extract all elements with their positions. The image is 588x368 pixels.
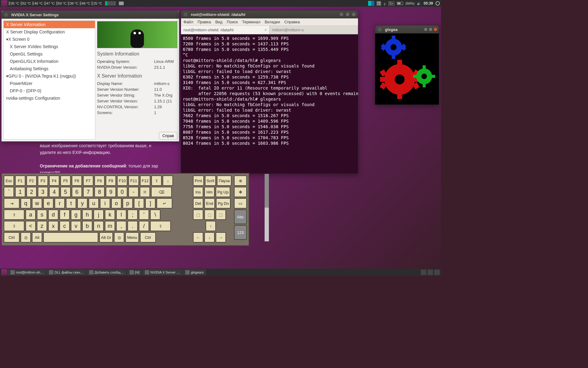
key-p[interactable]: p: [123, 198, 133, 209]
key-b[interactable]: b: [82, 221, 92, 231]
key-F5[interactable]: F5: [60, 175, 71, 186]
key-v[interactable]: v: [71, 221, 81, 231]
tray-icon[interactable]: [421, 270, 426, 275]
key-side[interactable]: ⊗: [234, 175, 247, 186]
key-6[interactable]: 6: [72, 187, 82, 197]
key-g[interactable]: g: [71, 209, 81, 220]
key-c[interactable]: c: [59, 221, 70, 231]
terminal-menubar[interactable]: ФайлПравкаВидПоискТерминалВкладкиСправка: [181, 18, 358, 26]
sidebar-item[interactable]: X Server Display Configuration: [4, 28, 95, 36]
menu-item[interactable]: Терминал: [242, 20, 260, 24]
sidebar-item[interactable]: OpenGL/GLX Information: [4, 58, 95, 65]
battery-icon[interactable]: [397, 2, 403, 5]
titlebar[interactable]: root@mittorn-shield: /data/hl: [181, 10, 358, 18]
key-PgDn[interactable]: Pg Dn: [216, 198, 231, 209]
tray-icon[interactable]: [428, 270, 433, 275]
keyboard-layout[interactable]: En: [388, 2, 394, 6]
key-sym[interactable]: ⇪: [4, 209, 24, 220]
key-F3[interactable]: F3: [38, 175, 48, 186]
key-z[interactable]: z: [37, 221, 47, 231]
taskbar-item[interactable]: [hl]: [127, 269, 142, 275]
sidebar-item[interactable]: Antialiasing Settings: [4, 65, 95, 72]
key-e[interactable]: e: [43, 198, 54, 209]
key-8[interactable]: 8: [94, 187, 105, 197]
key-up[interactable]: ↑: [205, 221, 216, 231]
menu-item[interactable]: Правка: [198, 20, 211, 24]
key-y[interactable]: y: [77, 198, 88, 209]
key-sym[interactable]: `: [4, 187, 14, 197]
key-q[interactable]: q: [21, 198, 31, 209]
key-Prnt[interactable]: Prnt: [193, 175, 204, 186]
menu-item[interactable]: Вид: [215, 20, 223, 24]
key-sym[interactable]: \: [150, 209, 160, 220]
key-sym[interactable]: ,: [116, 221, 126, 231]
terminal-body[interactable]: 8500 frames in 5.0 seconds = 1699.909 FP…: [181, 34, 358, 174]
taskbar-item[interactable]: Добавить сообщ…: [87, 269, 126, 275]
titlebar[interactable]: NVIDIA X Server Settings: [2, 11, 179, 19]
key-F11[interactable]: F11: [128, 175, 139, 186]
key-side[interactable]: ▭: [234, 198, 247, 209]
key-sym[interactable]: ↓: [204, 232, 215, 243]
key-F4[interactable]: F4: [49, 175, 59, 186]
taskbar-item[interactable]: root@mittorn-sh…: [8, 269, 46, 275]
key-sym[interactable]: ↵: [156, 198, 172, 209]
clock[interactable]: 05:39: [424, 1, 433, 6]
key-i[interactable]: i: [100, 198, 110, 209]
taskbar-item[interactable]: glxgears: [183, 269, 206, 275]
key-F1[interactable]: F1: [15, 175, 25, 186]
sidebar-item[interactable]: OpenGL Settings: [4, 50, 95, 58]
close-icon[interactable]: [183, 12, 188, 17]
sidebar-item[interactable]: DFP-0 - (DFP-0): [4, 87, 95, 94]
terminal-tab[interactable]: mittorn@mittorn-s: [270, 26, 358, 34]
key-Scrll[interactable]: Scrll: [205, 175, 216, 186]
workspace-switcher-icon[interactable]: [105, 1, 116, 6]
close-icon[interactable]: [378, 27, 382, 32]
key-u[interactable]: u: [89, 198, 99, 209]
close-icon[interactable]: [352, 13, 356, 16]
key-9[interactable]: 9: [106, 187, 116, 197]
sidebar-item[interactable]: ▾X Screen 0: [4, 36, 95, 43]
minimize-icon[interactable]: [424, 28, 427, 31]
key-t[interactable]: t: [66, 198, 76, 209]
key-F8[interactable]: F8: [94, 175, 105, 186]
close-icon[interactable]: [4, 13, 8, 17]
key-w[interactable]: w: [32, 198, 42, 209]
key-n[interactable]: n: [93, 221, 104, 231]
key-End[interactable]: End: [204, 198, 215, 209]
key-mod[interactable]: ⬚: [216, 209, 226, 220]
key-1[interactable]: 1: [15, 187, 25, 197]
key-4[interactable]: 4: [49, 187, 59, 197]
menu-item[interactable]: Вкладки: [265, 20, 280, 24]
key-side[interactable]: ✥: [234, 187, 247, 197]
key-l[interactable]: l: [116, 209, 126, 220]
close-icon[interactable]: [434, 28, 437, 31]
key-sym[interactable]: ◎: [21, 232, 31, 243]
key-F6[interactable]: F6: [72, 175, 82, 186]
session-gear-icon[interactable]: [435, 1, 440, 6]
key-r[interactable]: r: [55, 198, 65, 209]
key-sym[interactable]: Пауза: [217, 175, 232, 186]
key-F7[interactable]: F7: [83, 175, 93, 186]
key-j[interactable]: j: [93, 209, 104, 220]
key-F10[interactable]: F10: [117, 175, 127, 186]
menu-item[interactable]: Справка: [284, 20, 300, 24]
menu-item[interactable]: Поиск: [227, 20, 238, 24]
key-F9[interactable]: F9: [106, 175, 116, 186]
volume-icon[interactable]: 🔉: [417, 2, 421, 6]
key-0[interactable]: 0: [117, 187, 127, 197]
key-side[interactable]: Abc: [234, 209, 247, 224]
key-side[interactable]: 123: [234, 225, 247, 240]
key-sym[interactable]: -: [128, 187, 139, 197]
key-7[interactable]: 7: [83, 187, 93, 197]
maximize-icon[interactable]: [346, 13, 349, 16]
key-Alt[interactable]: Alt: [32, 232, 42, 243]
help-button[interactable]: Справ: [159, 132, 177, 140]
key-x[interactable]: x: [48, 221, 58, 231]
key-5[interactable]: 5: [60, 187, 71, 197]
sidebar-item[interactable]: ▾GPU 0 - (NVIDIA Tegra K1 (nvgpu)): [4, 72, 95, 80]
key-sym[interactable]: =: [140, 187, 150, 197]
key-sym[interactable]: →: [216, 232, 226, 243]
key-sym[interactable]: ]: [145, 198, 156, 209]
apps-icon[interactable]: [377, 1, 381, 6]
key-sym[interactable]: [: [134, 198, 144, 209]
